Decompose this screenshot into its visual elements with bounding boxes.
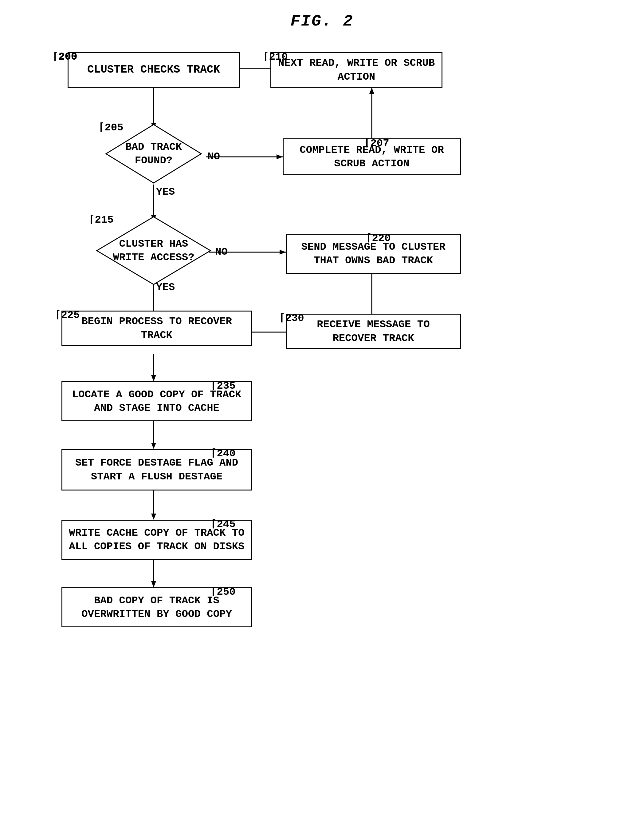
ref-label-250: ⌈250 bbox=[210, 585, 236, 598]
page: FIG. 2 bbox=[0, 0, 644, 818]
node-230: RECEIVE MESSAGE TO RECOVER TRACK bbox=[286, 314, 461, 349]
ref-label-240: ⌈240 bbox=[210, 446, 236, 460]
diamond-205-label: BAD TRACKFOUND? bbox=[125, 140, 182, 167]
svg-marker-5 bbox=[276, 154, 283, 159]
figure-title: FIG. 2 bbox=[290, 12, 353, 31]
branch-yes-215: YES bbox=[156, 281, 175, 293]
svg-marker-25 bbox=[151, 581, 156, 587]
flowchart: CLUSTER CHECKS TRACK 200 ⌈200 NEXT READ,… bbox=[31, 34, 615, 809]
ref-label-235: ⌈235 bbox=[210, 379, 236, 392]
branch-no-205: NO bbox=[207, 151, 220, 162]
ref-label-205: ⌈205 bbox=[98, 120, 124, 134]
svg-marker-21 bbox=[151, 443, 156, 449]
node-210: NEXT READ, WRITE OR SCRUB ACTION bbox=[270, 52, 442, 88]
node-225: BEGIN PROCESS TO RECOVER TRACK bbox=[61, 311, 252, 346]
ref-label-215: ⌈215 bbox=[89, 213, 114, 226]
branch-yes-205: YES bbox=[156, 186, 175, 198]
ref-label-200: ⌈200 bbox=[52, 50, 77, 63]
diamond-215-wrap: CLUSTER HASWRITE ACCESS? bbox=[95, 215, 212, 286]
svg-marker-23 bbox=[151, 514, 156, 520]
svg-marker-11 bbox=[280, 250, 286, 255]
svg-marker-7 bbox=[369, 88, 374, 94]
node-200: CLUSTER CHECKS TRACK bbox=[67, 52, 240, 88]
ref-label-230: ⌈230 bbox=[279, 311, 304, 324]
branch-no-215: NO bbox=[215, 246, 228, 258]
diamond-215-label: CLUSTER HASWRITE ACCESS? bbox=[113, 237, 194, 264]
ref-label-220: ⌈220 bbox=[366, 231, 391, 244]
ref-label-207: ⌈207 bbox=[364, 136, 389, 149]
svg-marker-19 bbox=[151, 375, 156, 381]
ref-label-245: ⌈245 bbox=[210, 517, 236, 530]
ref-label-225: ⌈225 bbox=[55, 308, 80, 321]
ref-label-210: ⌈210 bbox=[263, 50, 288, 63]
